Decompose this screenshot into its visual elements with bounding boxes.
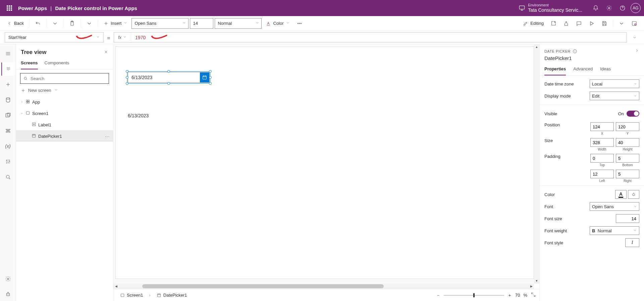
virtual-agent-nav-icon[interactable] xyxy=(1,288,15,301)
prop-size-height-input[interactable] xyxy=(616,138,639,147)
prop-font-select[interactable]: Open Sans xyxy=(590,202,639,211)
overflow-button[interactable] xyxy=(294,18,305,29)
environment-switcher[interactable]: Environment Tata Consultancy Servic... xyxy=(519,3,582,13)
paste-button[interactable] xyxy=(66,18,78,29)
zoom-value: 70 xyxy=(515,293,520,298)
resize-handle[interactable] xyxy=(209,82,212,85)
plus-icon xyxy=(103,21,109,26)
prop-visible-toggle[interactable]: On xyxy=(618,111,639,117)
settings-nav-icon[interactable] xyxy=(1,272,15,286)
undo-button[interactable] xyxy=(32,18,44,29)
font-weight-select[interactable]: Normal xyxy=(215,18,262,29)
media-nav-icon[interactable] xyxy=(1,109,15,122)
datepicker-control[interactable]: 6/13/2023 xyxy=(128,72,210,83)
prop-font-weight-select[interactable]: B Normal xyxy=(590,226,639,235)
undo-split-chevron[interactable] xyxy=(49,18,61,29)
paste-split-chevron[interactable] xyxy=(84,18,95,29)
prop-padding-right-input[interactable] xyxy=(616,170,639,178)
formula-expand-button[interactable] xyxy=(630,32,639,43)
tree-search-input[interactable] xyxy=(31,76,106,81)
data-nav-icon[interactable] xyxy=(1,93,15,107)
prop-padding-top-input[interactable] xyxy=(590,154,614,163)
hamburger-icon[interactable] xyxy=(1,47,15,60)
breadcrumb-control[interactable]: DatePicker1 xyxy=(153,291,191,299)
prop-date-time-zone-select[interactable]: Local xyxy=(590,79,639,88)
save-split-chevron[interactable] xyxy=(616,18,627,29)
comments-button[interactable] xyxy=(573,18,585,29)
tab-ideas[interactable]: Ideas xyxy=(600,64,611,75)
search-nav-icon[interactable] xyxy=(1,170,15,184)
resize-handle[interactable] xyxy=(126,82,128,85)
label-control[interactable]: 6/13/2023 xyxy=(128,113,149,118)
panel-collapse-icon[interactable] xyxy=(635,48,639,54)
preview-button[interactable] xyxy=(586,18,597,29)
resize-handle[interactable] xyxy=(209,70,212,73)
share-button[interactable] xyxy=(548,18,559,29)
save-button[interactable] xyxy=(599,18,610,29)
prop-font-size-input[interactable] xyxy=(616,214,639,223)
canvas-horizontal-scrollbar[interactable]: ◀ ▶ xyxy=(113,284,534,289)
prop-padding-left-input[interactable] xyxy=(590,170,614,178)
publish-button[interactable] xyxy=(629,18,640,29)
prop-fill-color-button[interactable] xyxy=(628,190,639,199)
tab-properties[interactable]: Properties xyxy=(544,64,566,75)
tree-item-app[interactable]: App xyxy=(16,96,113,108)
app-launcher-icon[interactable] xyxy=(3,5,15,11)
tab-components[interactable]: Components xyxy=(45,58,69,69)
equals-sign: = xyxy=(107,32,110,44)
tab-screens[interactable]: Screens xyxy=(21,58,38,69)
prop-font-style-italic-button[interactable]: I xyxy=(625,238,639,247)
zoom-slider[interactable] xyxy=(444,295,504,296)
resize-handle[interactable] xyxy=(167,70,170,73)
tree-item-datepicker1[interactable]: DatePicker1 ··· xyxy=(16,130,113,142)
tree-item-screen1[interactable]: Screen1 xyxy=(16,108,113,119)
font-size-input[interactable]: 14 xyxy=(190,18,213,29)
resize-handle[interactable] xyxy=(126,70,128,73)
info-icon[interactable] xyxy=(573,49,577,54)
back-button[interactable]: Back xyxy=(4,18,26,29)
canvas-vertical-scrollbar[interactable]: ▲ ▼ xyxy=(534,44,539,284)
canvas-footer: Screen1 DatePicker1 － ＋ 70 % xyxy=(113,289,539,301)
prop-position-x-input[interactable] xyxy=(590,122,614,131)
settings-icon[interactable] xyxy=(602,0,616,16)
scrollbar-thumb[interactable] xyxy=(142,284,384,288)
insert-nav-icon[interactable] xyxy=(1,78,15,91)
variables-nav-icon[interactable]: (x) xyxy=(1,139,15,153)
fit-to-window-button[interactable] xyxy=(531,292,536,298)
svg-point-30 xyxy=(575,50,575,51)
resize-handle[interactable] xyxy=(167,82,170,85)
advanced-tools-nav-icon[interactable] xyxy=(1,155,15,168)
resize-handle[interactable] xyxy=(126,76,128,79)
app-checker-button[interactable] xyxy=(560,18,572,29)
tree-view-nav-icon[interactable] xyxy=(1,62,15,76)
insert-button[interactable]: Insert xyxy=(101,18,130,29)
font-family-select[interactable]: Open Sans xyxy=(131,18,189,29)
tab-advanced[interactable]: Advanced xyxy=(573,64,593,75)
prop-display-mode-select[interactable]: Edit xyxy=(590,92,639,100)
prop-font-color-button[interactable]: A xyxy=(615,190,627,199)
user-avatar[interactable]: AG xyxy=(631,3,641,13)
new-screen-button[interactable]: New screen xyxy=(16,86,113,96)
editing-mode-button[interactable]: Editing xyxy=(520,18,546,29)
formula-input[interactable]: fx 1970 xyxy=(114,32,627,43)
prop-size-width-input[interactable] xyxy=(590,138,614,147)
prop-position-y-input[interactable] xyxy=(616,122,639,131)
power-automate-nav-icon[interactable] xyxy=(1,124,15,137)
help-icon[interactable] xyxy=(616,0,629,16)
formula-bar: StartYear = fx 1970 xyxy=(0,31,644,44)
zoom-in-button[interactable]: ＋ xyxy=(507,292,512,298)
tree-search[interactable] xyxy=(20,73,109,84)
calendar-icon[interactable] xyxy=(200,72,209,82)
notifications-icon[interactable] xyxy=(589,0,602,16)
prop-padding-bottom-input[interactable] xyxy=(616,154,639,163)
resize-handle[interactable] xyxy=(209,76,212,79)
zoom-out-button[interactable]: － xyxy=(436,292,440,298)
tree-item-more-icon[interactable]: ··· xyxy=(105,134,110,139)
breadcrumb-screen[interactable]: Screen1 xyxy=(117,291,146,299)
font-color-button[interactable]: Color xyxy=(263,18,292,29)
property-selector[interactable]: StartYear xyxy=(5,32,104,43)
tree-view-close-icon[interactable] xyxy=(104,50,108,55)
tree-item-label1[interactable]: Label1 xyxy=(16,119,113,130)
app-title: Power Apps | Date Picker control in Powe… xyxy=(18,5,137,11)
canvas[interactable]: 6/13/2023 6/13/2023 xyxy=(115,46,534,279)
